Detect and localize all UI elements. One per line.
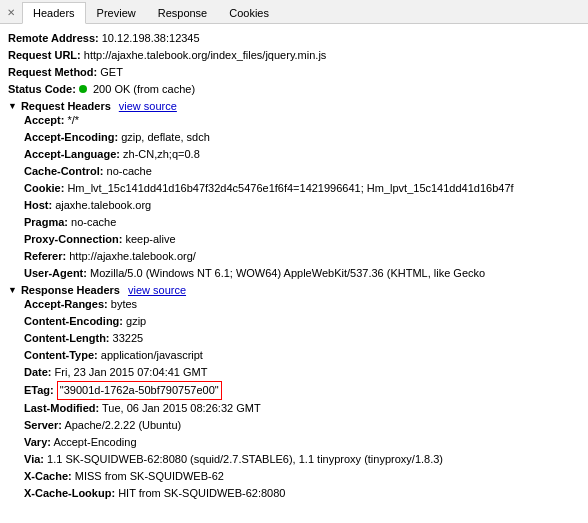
request-headers-fields: Accept: */* Accept-Encoding: gzip, defla…	[8, 112, 580, 282]
response-headers-fields: Accept-Ranges: bytes Content-Encoding: g…	[8, 296, 580, 502]
content-area: Remote Address: 10.12.198.38:12345 Reque…	[0, 24, 588, 523]
req-host-row: Host: ajaxhe.talebook.org	[24, 197, 580, 214]
req-accept-encoding-value: gzip, deflate, sdch	[121, 131, 210, 143]
req-accept-label: Accept:	[24, 114, 64, 126]
request-headers-view-source[interactable]: view source	[119, 100, 177, 112]
res-vary-row: Vary: Accept-Encoding	[24, 434, 580, 451]
request-headers-triangle: ▼	[8, 101, 17, 111]
req-pragma-row: Pragma: no-cache	[24, 214, 580, 231]
res-vary-value: Accept-Encoding	[53, 436, 136, 448]
req-pragma-value: no-cache	[71, 216, 116, 228]
tab-cookies[interactable]: Cookies	[218, 2, 280, 24]
res-accept-ranges-value: bytes	[111, 298, 137, 310]
req-accept-language-row: Accept-Language: zh-CN,zh;q=0.8	[24, 146, 580, 163]
req-accept-value: */*	[67, 114, 79, 126]
req-referer-row: Referer: http://ajaxhe.talebook.org/	[24, 248, 580, 265]
res-date-label: Date:	[24, 366, 52, 378]
res-etag-row: ETag: "39001d-1762a-50bf790757e00"	[24, 381, 580, 400]
req-user-agent-row: User-Agent: Mozilla/5.0 (Windows NT 6.1;…	[24, 265, 580, 282]
status-dot	[79, 85, 87, 93]
res-via-value: 1.1 SK-SQUIDWEB-62:8080 (squid/2.7.STABL…	[47, 453, 443, 465]
response-headers-triangle: ▼	[8, 285, 17, 295]
res-etag-value: "39001d-1762a-50bf790757e00"	[57, 381, 222, 400]
req-cookie-row: Cookie: Hm_lvt_15c141dd41d16b47f32d4c547…	[24, 180, 580, 197]
request-method-label: Request Method:	[8, 66, 97, 78]
req-proxy-connection-value: keep-alive	[125, 233, 175, 245]
req-cookie-label: Cookie:	[24, 182, 64, 194]
res-x-cache-value: MISS from SK-SQUIDWEB-62	[75, 470, 224, 482]
res-date-row: Date: Fri, 23 Jan 2015 07:04:41 GMT	[24, 364, 580, 381]
req-cache-control-row: Cache-Control: no-cache	[24, 163, 580, 180]
response-headers-view-source[interactable]: view source	[128, 284, 186, 296]
tab-response[interactable]: Response	[147, 2, 219, 24]
res-last-modified-row: Last-Modified: Tue, 06 Jan 2015 08:26:32…	[24, 400, 580, 417]
res-content-type-value: application/javascript	[101, 349, 203, 361]
res-x-cache-lookup-row: X-Cache-Lookup: HIT from SK-SQUIDWEB-62:…	[24, 485, 580, 502]
request-url-label: Request URL:	[8, 49, 81, 61]
res-date-value: Fri, 23 Jan 2015 07:04:41 GMT	[55, 366, 208, 378]
req-referer-value: http://ajaxhe.talebook.org/	[69, 250, 196, 262]
res-content-type-label: Content-Type:	[24, 349, 98, 361]
res-content-type-row: Content-Type: application/javascript	[24, 347, 580, 364]
res-content-length-row: Content-Length: 33225	[24, 330, 580, 347]
res-x-cache-lookup-value: HIT from SK-SQUIDWEB-62:8080	[118, 487, 285, 499]
res-via-label: Via:	[24, 453, 44, 465]
res-accept-ranges-row: Accept-Ranges: bytes	[24, 296, 580, 313]
res-x-cache-row: X-Cache: MISS from SK-SQUIDWEB-62	[24, 468, 580, 485]
res-accept-ranges-label: Accept-Ranges:	[24, 298, 108, 310]
req-accept-language-label: Accept-Language:	[24, 148, 120, 160]
req-accept-encoding-label: Accept-Encoding:	[24, 131, 118, 143]
status-code-label: Status Code:	[8, 83, 76, 95]
close-button[interactable]: ✕	[4, 6, 18, 20]
res-last-modified-value: Tue, 06 Jan 2015 08:26:32 GMT	[102, 402, 261, 414]
req-user-agent-label: User-Agent:	[24, 267, 87, 279]
res-content-encoding-value: gzip	[126, 315, 146, 327]
req-pragma-label: Pragma:	[24, 216, 68, 228]
req-accept-encoding-row: Accept-Encoding: gzip, deflate, sdch	[24, 129, 580, 146]
request-headers-label: Request Headers	[21, 100, 111, 112]
res-server-label: Server:	[24, 419, 62, 431]
request-headers-section: ▼ Request Headers view source	[8, 100, 580, 112]
req-cookie-value: Hm_lvt_15c141dd41d16b47f32d4c5476e1f6f4=…	[67, 182, 513, 194]
req-accept-language-value: zh-CN,zh;q=0.8	[123, 148, 200, 160]
req-proxy-connection-label: Proxy-Connection:	[24, 233, 122, 245]
remote-address-label: Remote Address:	[8, 32, 99, 44]
req-host-value: ajaxhe.talebook.org	[55, 199, 151, 211]
res-content-encoding-row: Content-Encoding: gzip	[24, 313, 580, 330]
req-accept-row: Accept: */*	[24, 112, 580, 129]
request-method-value: GET	[100, 66, 123, 78]
req-cache-control-label: Cache-Control:	[24, 165, 103, 177]
status-code-row: Status Code: 200 OK (from cache)	[8, 81, 580, 98]
res-vary-label: Vary:	[24, 436, 51, 448]
remote-address-value: 10.12.198.38:12345	[102, 32, 200, 44]
response-headers-label: Response Headers	[21, 284, 120, 296]
req-cache-control-value: no-cache	[107, 165, 152, 177]
response-headers-section: ▼ Response Headers view source	[8, 284, 580, 296]
req-host-label: Host:	[24, 199, 52, 211]
tab-bar: ✕ Headers Preview Response Cookies	[0, 0, 588, 24]
req-user-agent-value: Mozilla/5.0 (Windows NT 6.1; WOW64) Appl…	[90, 267, 485, 279]
res-content-length-label: Content-Length:	[24, 332, 110, 344]
request-url-value: http://ajaxhe.talebook.org/index_files/j…	[84, 49, 327, 61]
tab-headers[interactable]: Headers	[22, 2, 86, 24]
req-proxy-connection-row: Proxy-Connection: keep-alive	[24, 231, 580, 248]
remote-address-row: Remote Address: 10.12.198.38:12345	[8, 30, 580, 47]
res-etag-label: ETag:	[24, 384, 54, 396]
req-referer-label: Referer:	[24, 250, 66, 262]
res-x-cache-label: X-Cache:	[24, 470, 72, 482]
request-url-row: Request URL: http://ajaxhe.talebook.org/…	[8, 47, 580, 64]
status-code-value: 200 OK (from cache)	[93, 83, 195, 95]
res-last-modified-label: Last-Modified:	[24, 402, 99, 414]
res-content-length-value: 33225	[113, 332, 144, 344]
res-server-row: Server: Apache/2.2.22 (Ubuntu)	[24, 417, 580, 434]
res-x-cache-lookup-label: X-Cache-Lookup:	[24, 487, 115, 499]
request-method-row: Request Method: GET	[8, 64, 580, 81]
res-server-value: Apache/2.2.22 (Ubuntu)	[64, 419, 181, 431]
tab-preview[interactable]: Preview	[86, 2, 147, 24]
res-via-row: Via: 1.1 SK-SQUIDWEB-62:8080 (squid/2.7.…	[24, 451, 580, 468]
res-content-encoding-label: Content-Encoding:	[24, 315, 123, 327]
